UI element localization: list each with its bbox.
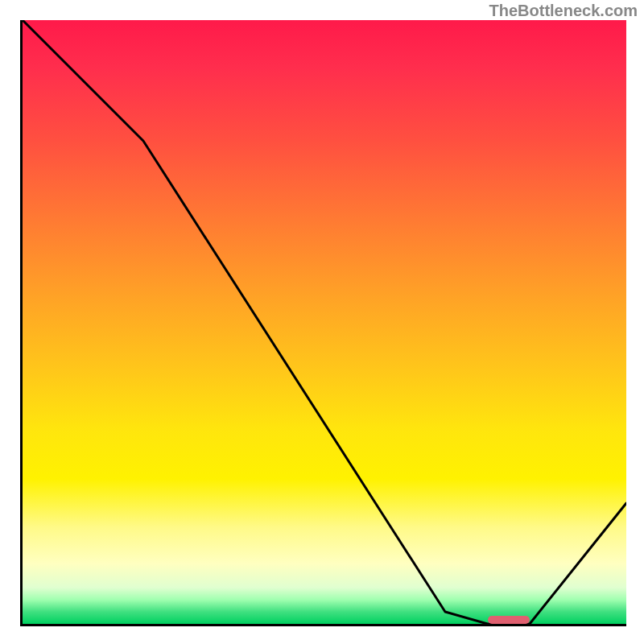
watermark-text: TheBottleneck.com	[489, 2, 638, 20]
highlight-marker	[488, 616, 530, 624]
curve-svg	[23, 20, 626, 624]
chart-container: TheBottleneck.com	[0, 0, 644, 644]
data-curve	[23, 20, 626, 624]
plot-area	[20, 20, 626, 626]
